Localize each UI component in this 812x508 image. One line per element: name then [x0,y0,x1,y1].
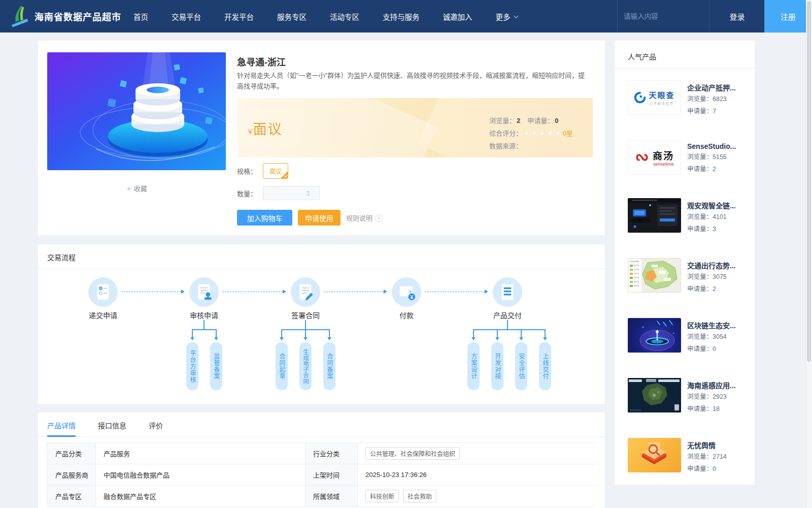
popular-product-item[interactable]: 观安观智全链... 浏览量：4101 申请量：3 [615,186,755,246]
security-product-image [628,198,681,233]
popular-product-name[interactable]: 海南遥感应用... [687,380,736,390]
connector [216,329,217,337]
detail-value: 公共管理、社会保障和社会组织 [358,443,596,464]
product-delivery-icon [493,277,522,307]
popular-product-name[interactable]: 区块链生态安... [687,320,736,330]
flow-substep: 合同起草 [276,342,288,390]
popular-product-item[interactable]: 区块链生态安... 浏览量：3054 申请量：0 [615,306,755,366]
spec-option-chip[interactable]: 面议 [263,163,288,179]
tab-reviews[interactable]: 评价 [149,420,163,436]
flow-substep: 方案设计 [467,342,480,390]
nav-item-dev-platform[interactable]: 开发平台 [224,11,254,22]
quantity-input[interactable] [263,186,320,200]
flow-arrow [324,292,386,292]
register-button[interactable]: 注册 [764,0,812,33]
info-icon: ⓘ [375,212,383,223]
site-logo-icon [10,5,29,28]
transaction-flow-card: 交易流程 [38,244,605,404]
views-count: 2 [517,117,520,124]
rules-link[interactable]: 规则说明 ⓘ [346,212,383,223]
detail-value: 产品服务 [96,443,306,464]
product-thumbnail-remote-sensing[interactable] [628,378,681,412]
scrollbar-thumb[interactable] [807,1,811,362]
flow-step-label: 签署合同 [270,310,341,320]
product-thumbnail-traffic-map[interactable] [628,258,681,293]
product-title: 急寻通-浙江 [237,55,286,68]
details-table: 产品分类 产品服务 行业分类 公共管理、社会保障和社会组织 产品服务商 中国电信… [47,442,596,507]
connector [204,320,205,329]
connector [192,329,193,337]
tab-product-details[interactable]: 产品详情 [47,420,76,436]
arrow-down-icon [190,337,194,340]
quantity-stepper [263,186,320,200]
info-tabs: 产品详情 接口信息 评价 [38,412,605,437]
detail-label: 产品专区 [48,486,96,507]
domain-tag: 科技创新 [365,490,399,502]
connector [545,329,546,337]
product-thumbnail-sentiment[interactable] [628,438,681,472]
flow-substep: 开发对接 [491,342,503,390]
nav-item-more[interactable]: 更多 [496,11,517,22]
popular-product-name[interactable]: 观安观智全链... [687,200,736,210]
action-buttons: 加入购物车 申请使用 规则说明 ⓘ [237,210,383,226]
nav-item-home[interactable]: 首页 [133,11,148,22]
top-navbar: 海南省数据产品超市 首页 交易平台 开发平台 服务专区 活动专区 支持与服务 诚… [0,0,812,33]
price-value: 面议 [253,122,283,137]
popular-product-name[interactable]: 交通出行态势... [687,260,736,270]
brand[interactable]: 海南省数据产品超市 [0,0,121,33]
flow-step-label: 付款 [371,310,442,320]
flow-step-label: 递交申请 [67,310,139,320]
connector [497,329,498,337]
blockchain-product-image [628,318,681,353]
connector [305,329,306,337]
data-source-label: 数据来源： [489,142,522,150]
nav-item-trade-platform[interactable]: 交易平台 [172,11,201,22]
product-thumbnail-blockchain[interactable] [628,318,681,353]
arrow-down-icon [214,337,218,340]
product-thumbnail-tianyancha[interactable]: 天眼查 公平看清世界 [628,80,681,115]
login-button[interactable]: 登录 [709,0,764,33]
search-input[interactable] [624,13,714,20]
popular-product-name[interactable]: 企业动产抵押... [687,82,736,92]
connector [305,320,306,329]
popular-product-name[interactable]: SenseStudio... [687,142,736,150]
product-thumbnail-sensetime[interactable]: 商汤 sensetime [628,140,681,175]
popular-product-item[interactable]: 无忧舆情 浏览量：2714 申请量：0 [615,426,755,486]
arrow-down-icon [280,337,284,340]
connector [473,329,474,337]
check-icon [284,174,288,178]
flow-arrow [425,292,487,292]
flow-substep: 上线交付 [539,342,551,390]
product-stats: 浏览量：2申请量：0 综合评分：★★★★★0星 数据来源： [489,114,573,152]
main-nav: 首页 交易平台 开发平台 服务专区 活动专区 支持与服务 诚邀加入 更多 [133,0,517,33]
sign-contract-icon [291,277,320,307]
popular-product-item[interactable]: 商汤 sensetime SenseStudio... 浏览量：5155 申请量… [615,129,755,186]
product-thumbnail-security[interactable] [628,198,681,233]
apply-use-button[interactable]: 申请使用 [298,210,341,226]
arrow-down-icon [327,337,331,340]
quantity-row: 数量： [237,186,320,200]
rating-stars-icon: ★★★★★ [523,129,563,137]
arrow-down-icon [495,337,499,340]
nav-item-service-zone[interactable]: 服务专区 [277,11,307,22]
detail-value: 2025-10-23 17:36:26 [358,464,596,486]
sentiment-product-image [628,438,681,472]
favorite-button[interactable]: ★收藏 [47,183,226,193]
tab-api-info[interactable]: 接口信息 [98,420,126,436]
star-icon: ★ [126,185,132,193]
popular-product-item[interactable]: 天眼查 公平看清世界 企业动产抵押... 浏览量：6823 申请量：7 [615,69,755,129]
detail-label: 产品服务商 [48,464,96,486]
connector [192,329,217,330]
nav-item-join[interactable]: 诚邀加入 [443,11,472,22]
connector [473,329,546,330]
nav-item-activity-zone[interactable]: 活动专区 [330,11,359,22]
product-detail-card: ★收藏 急寻通-浙江 针对易走失人员（如"一老一小"群体）为监护人提供快速、高效… [38,41,605,235]
popular-product-name[interactable]: 无忧舆情 [687,440,727,450]
divider [38,268,605,269]
scrollbar-track[interactable] [806,0,812,508]
nav-item-support[interactable]: 支持与服务 [383,11,420,22]
popular-product-item[interactable]: 交通出行态势... 浏览量：3075 申请量：2 [615,246,755,306]
detail-label: 产品分类 [48,443,96,464]
add-to-cart-button[interactable]: 加入购物车 [237,210,292,226]
popular-product-item[interactable]: 海南遥感应用... 浏览量：2923 申请量：18 [615,366,755,426]
